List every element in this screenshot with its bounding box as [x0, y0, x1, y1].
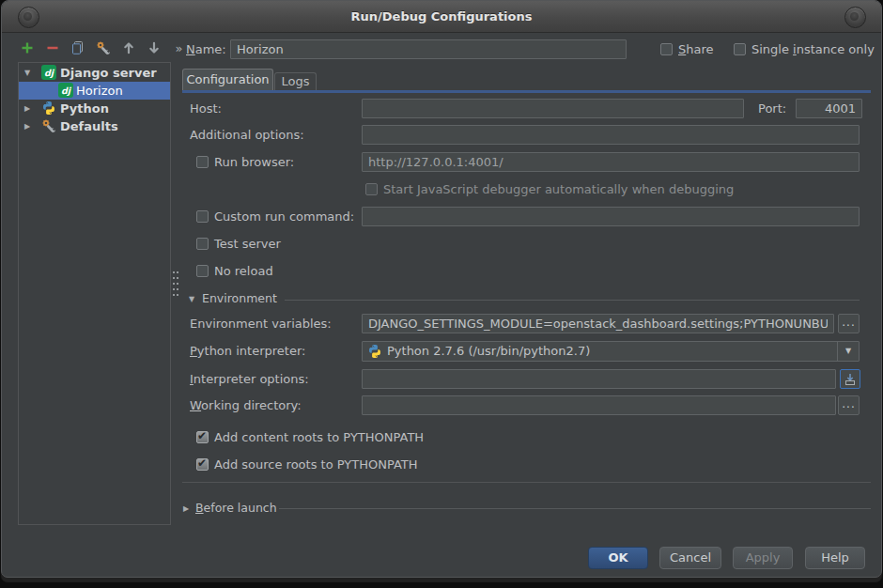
tree-item-label: Horizon: [76, 82, 123, 100]
copy-icon[interactable]: [70, 40, 85, 56]
configurations-toolbar: »: [19, 39, 187, 56]
tree-item-label: Defaults: [60, 117, 118, 135]
defaults-wrench-icon: [41, 118, 56, 133]
custom-run-command-input[interactable]: [362, 207, 860, 226]
additional-options-label: Additional options:: [190, 125, 304, 145]
host-input[interactable]: [362, 99, 744, 118]
interpreter-options-input[interactable]: [362, 369, 836, 389]
chevron-collapsed-icon[interactable]: ▶: [24, 117, 30, 135]
tab-logs[interactable]: Logs: [274, 72, 317, 90]
tree-item-label: Django server: [60, 64, 157, 82]
interpreter-options-label: Interpreter options:: [190, 369, 309, 389]
add-source-roots-label: Add source roots to PYTHONPATH: [214, 457, 418, 472]
tree-item-defaults[interactable]: ▶ Defaults: [19, 117, 170, 135]
no-reload-checkbox[interactable]: [196, 265, 209, 277]
move-down-icon[interactable]: [146, 40, 162, 56]
window-control-right-icon[interactable]: [844, 7, 866, 28]
tree-item-django-server[interactable]: ▼ dj Django server: [19, 64, 170, 82]
additional-options-input[interactable]: [362, 125, 860, 145]
remove-icon[interactable]: [44, 40, 60, 56]
add-source-roots-checkbox[interactable]: [196, 458, 209, 471]
python-interpreter-label: Python interpreter:: [190, 341, 305, 362]
python-icon: [367, 344, 382, 359]
expand-field-icon: [843, 372, 858, 387]
port-label: Port:: [758, 99, 786, 118]
dialog-title: Run/Debug Configurations: [2, 1, 881, 32]
svg-text:dj: dj: [44, 68, 55, 79]
svg-text:dj: dj: [61, 85, 72, 97]
start-js-debugger-label: Start JavaScript debugger automatically …: [383, 182, 734, 196]
ok-button[interactable]: OK: [588, 547, 648, 569]
environment-section-chevron-icon[interactable]: ▼: [189, 295, 194, 303]
window-control-left-icon[interactable]: [18, 7, 39, 28]
custom-run-command-label: Custom run command:: [214, 207, 354, 226]
run-browser-url-input[interactable]: [362, 152, 860, 172]
single-instance-label: Single instance only: [751, 42, 875, 56]
no-reload-label: No reload: [214, 264, 273, 278]
splitter-grip[interactable]: [172, 270, 179, 298]
single-instance-checkbox[interactable]: [734, 43, 746, 55]
run-browser-checkbox[interactable]: [196, 156, 209, 168]
tree-item-horizon[interactable]: dj Horizon: [19, 82, 170, 100]
expand-field-button[interactable]: [840, 369, 860, 389]
python-interpreter-select[interactable]: Python 2.7.6 (/usr/bin/python2.7) ▼: [362, 341, 860, 362]
share-checkbox[interactable]: [660, 43, 673, 55]
env-variables-input[interactable]: [362, 314, 834, 333]
environment-section-label[interactable]: Environment: [202, 291, 277, 305]
before-launch-rule: [279, 508, 871, 509]
help-button[interactable]: Help: [805, 547, 865, 569]
chevron-collapsed-icon[interactable]: ▶: [24, 100, 30, 117]
working-directory-label: Working directory:: [190, 395, 302, 415]
edit-defaults-icon[interactable]: [95, 40, 111, 56]
run-debug-configurations-dialog: Run/Debug Configurations: [1, 0, 882, 578]
dropdown-arrow-icon[interactable]: ▼: [837, 342, 859, 361]
cancel-button[interactable]: Cancel: [659, 547, 721, 569]
add-content-roots-label: Add content roots to PYTHONPATH: [214, 430, 424, 444]
port-input[interactable]: [796, 99, 862, 118]
name-label: Name:: [186, 39, 226, 59]
before-launch-label[interactable]: Before launch: [195, 501, 277, 515]
working-directory-input[interactable]: [362, 395, 836, 415]
python-interpreter-value: Python 2.7.6 (/usr/bin/python2.7): [387, 342, 590, 361]
environment-section-rule: [285, 300, 860, 301]
python-icon: [41, 101, 56, 116]
test-server-label: Test server: [214, 237, 281, 251]
tree-item-label: Python: [60, 100, 109, 117]
working-directory-browse-button[interactable]: ...: [838, 395, 860, 415]
tree-item-python[interactable]: ▶ Python: [19, 100, 170, 117]
add-icon[interactable]: [19, 40, 35, 56]
tab-configuration[interactable]: Configuration: [182, 69, 273, 90]
apply-button[interactable]: Apply: [733, 547, 793, 569]
configurations-tree: ▼ dj Django server dj Horizon ▶ Python ▶: [18, 62, 171, 525]
custom-run-command-checkbox[interactable]: [196, 210, 209, 223]
run-browser-label: Run browser:: [214, 152, 294, 172]
name-input[interactable]: [230, 39, 627, 59]
share-label: Share: [678, 42, 714, 56]
env-variables-browse-button[interactable]: ...: [838, 314, 860, 333]
django-icon: dj: [58, 83, 73, 98]
host-label: Host:: [190, 99, 222, 118]
more-actions-icon[interactable]: »: [171, 40, 187, 56]
title-bar[interactable]: Run/Debug Configurations: [2, 1, 881, 33]
django-icon: dj: [41, 65, 56, 80]
before-launch-chevron-icon[interactable]: ▶: [183, 504, 189, 513]
test-server-checkbox[interactable]: [196, 238, 209, 250]
move-up-icon[interactable]: [120, 40, 136, 56]
start-js-debugger-checkbox[interactable]: [365, 183, 378, 195]
env-variables-label: Environment variables:: [190, 314, 332, 333]
chevron-expanded-icon[interactable]: ▼: [24, 64, 30, 82]
add-content-roots-checkbox[interactable]: [196, 431, 209, 443]
